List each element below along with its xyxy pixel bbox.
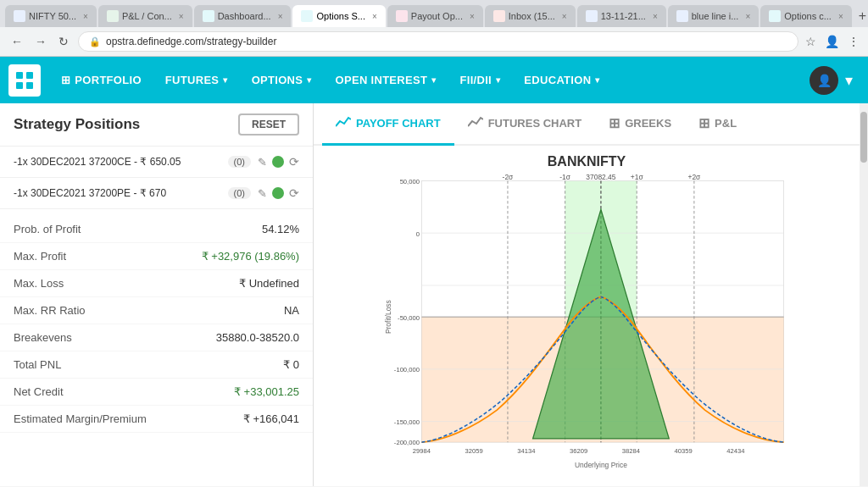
open-interest-chevron-icon: ▾ <box>431 75 436 85</box>
stat-total-pnl: Total PNL ₹ 0 <box>0 351 313 379</box>
svg-rect-1 <box>26 72 33 79</box>
stat-value-5: ₹ 0 <box>283 358 299 371</box>
app-body: Strategy Positions RESET -1x 30DEC2021 3… <box>0 103 868 486</box>
stat-value-2: ₹ Undefined <box>239 277 299 290</box>
stat-net-credit: Net Credit ₹ +33,001.25 <box>0 379 313 406</box>
sidebar: Strategy Positions RESET -1x 30DEC2021 3… <box>0 103 314 486</box>
tab-dashboard[interactable]: Dashboard... × <box>194 5 292 27</box>
stat-label-5: Total PNL <box>14 358 61 371</box>
scrollbar-thumb[interactable] <box>860 112 867 163</box>
grid-icon: ⊞ <box>61 74 70 86</box>
svg-rect-2 <box>16 82 23 89</box>
bookmark-star-icon[interactable]: ☆ <box>805 35 816 48</box>
tab-payoff-chart[interactable]: PAYOFF CHART <box>322 104 454 146</box>
fii-dii-chevron-icon: ▾ <box>496 75 500 85</box>
position-text-2: -1x 30DEC2021 37200PE - ₹ 670 <box>14 187 221 199</box>
tab-blue[interactable]: blue line i... × <box>668 5 760 27</box>
user-avatar[interactable]: 👤 <box>810 66 838 95</box>
tab-payout[interactable]: Payout Op... × <box>387 5 483 27</box>
svg-text:36209: 36209 <box>570 447 587 455</box>
svg-rect-0 <box>16 72 23 79</box>
active-dot-icon-2 <box>272 187 284 199</box>
svg-text:Underlying Price: Underlying Price <box>575 461 627 469</box>
nav-more-icon[interactable]: ▾ <box>838 71 860 90</box>
options-chevron-icon: ▾ <box>307 75 311 85</box>
stat-rr-ratio: Max. RR Ratio NA <box>0 297 313 324</box>
menu-icon[interactable]: ⋮ <box>848 35 860 48</box>
stat-value-4: 35880.0-38520.0 <box>216 331 299 344</box>
sidebar-header: Strategy Positions RESET <box>0 103 313 147</box>
position-item-2: -1x 30DEC2021 37200PE - ₹ 670 (0) ✎ ⟳ <box>0 178 313 209</box>
nav-portfolio[interactable]: ⊞ PORTFOLIO <box>49 57 153 103</box>
stat-prob-profit: Prob. of Profit 54.12% <box>0 216 313 243</box>
tab-pnl[interactable]: P&L / Con... × <box>98 5 192 27</box>
svg-text:40359: 40359 <box>675 447 693 455</box>
pnl-icon: ⊞ <box>698 115 709 131</box>
forward-button[interactable]: → <box>32 32 49 51</box>
svg-text:42434: 42434 <box>726 447 745 455</box>
nav-fii-dii[interactable]: FII/DII ▾ <box>448 57 513 103</box>
main-navigation: ⊞ PORTFOLIO FUTURES ▾ OPTIONS ▾ OPEN INT… <box>0 57 868 103</box>
stat-max-profit: Max. Profit ₹ +32,976 (19.86%) <box>0 243 313 270</box>
tab-inbox[interactable]: Inbox (15... × <box>485 5 576 27</box>
nav-options[interactable]: OPTIONS ▾ <box>240 57 324 103</box>
stat-label-4: Breakevens <box>14 331 72 344</box>
reset-button[interactable]: RESET <box>238 113 299 136</box>
tab-bar: NIFTY 50... × P&L / Con... × Dashboard..… <box>0 0 868 27</box>
futures-chevron-icon: ▾ <box>223 75 227 85</box>
position-text-1: -1x 30DEC2021 37200CE - ₹ 650.05 <box>14 156 221 168</box>
stat-value-3: NA <box>284 304 299 317</box>
refresh-icon-1[interactable]: ⟳ <box>289 155 299 169</box>
active-dot-icon-1 <box>272 156 284 168</box>
browser-chrome: NIFTY 50... × P&L / Con... × Dashboard..… <box>0 0 868 57</box>
back-button[interactable]: ← <box>8 32 25 51</box>
tab-pnl[interactable]: ⊞ P&L <box>685 103 750 146</box>
tab-greeks[interactable]: ⊞ GREEKS <box>595 103 685 146</box>
payoff-chart-svg: -2σ -1σ 37082.45 +1σ +2σ 50,000 0 -50,00… <box>322 174 851 474</box>
svg-text:+2σ: +2σ <box>687 174 701 181</box>
chart-area: BANKNIFTY <box>314 146 860 486</box>
svg-text:34134: 34134 <box>517 447 536 455</box>
stat-label-2: Max. Loss <box>14 277 64 290</box>
futures-chart-icon <box>468 116 483 131</box>
stat-label-0: Prob. of Profit <box>14 223 81 235</box>
address-bar: ← → ↻ 🔒 opstra.definedge.com/strategy-bu… <box>0 27 868 56</box>
lock-icon: 🔒 <box>89 36 101 47</box>
stat-label-3: Max. RR Ratio <box>14 304 86 317</box>
edit-icon-1[interactable]: ✎ <box>258 156 267 169</box>
refresh-icon-2[interactable]: ⟳ <box>289 186 299 200</box>
svg-text:-100,000: -100,000 <box>394 366 420 374</box>
nav-education[interactable]: EDUCATION ▾ <box>512 57 611 103</box>
profile-icon[interactable]: 👤 <box>825 35 839 48</box>
logo[interactable] <box>8 64 41 97</box>
sidebar-title: Strategy Positions <box>14 116 140 133</box>
stats-section: Prob. of Profit 54.12% Max. Profit ₹ +32… <box>0 209 313 440</box>
svg-text:50,000: 50,000 <box>400 178 420 185</box>
tab-options-c[interactable]: Options c... × <box>760 5 851 27</box>
tab-futures-chart[interactable]: FUTURES CHART <box>454 104 596 146</box>
svg-text:37082.45: 37082.45 <box>586 174 615 181</box>
edit-icon-2[interactable]: ✎ <box>258 187 267 200</box>
stat-label-6: Net Credit <box>14 385 64 398</box>
nav-futures[interactable]: FUTURES ▾ <box>153 57 240 103</box>
svg-text:32059: 32059 <box>465 447 483 455</box>
svg-text:+1σ: +1σ <box>631 174 644 181</box>
tab-options-s[interactable]: Options S... × <box>292 5 385 27</box>
tab-nifty[interactable]: NIFTY 50... × <box>5 5 97 27</box>
chart-tabs: PAYOFF CHART FUTURES CHART ⊞ GREEKS ⊞ P&… <box>314 103 860 146</box>
url-bar[interactable]: 🔒 opstra.definedge.com/strategy-builder <box>78 31 798 52</box>
stat-value-6: ₹ +33,001.25 <box>234 385 299 398</box>
reload-button[interactable]: ↻ <box>56 32 71 51</box>
scrollbar[interactable] <box>860 103 868 486</box>
svg-text:Profit/Loss: Profit/Loss <box>384 300 392 334</box>
stat-value-7: ₹ +166,041 <box>243 412 299 425</box>
svg-text:-150,000: -150,000 <box>394 418 420 426</box>
new-tab-button[interactable]: + <box>854 7 868 25</box>
svg-text:-2σ: -2σ <box>503 174 515 181</box>
nav-open-interest[interactable]: OPEN INTEREST ▾ <box>324 57 448 103</box>
tab-date[interactable]: 13-11-21... × <box>577 5 666 27</box>
stat-label-7: Estimated Margin/Premium <box>14 412 147 425</box>
position-badge-1: (0) <box>228 156 251 168</box>
svg-text:-50,000: -50,000 <box>398 314 420 322</box>
stat-max-loss: Max. Loss ₹ Undefined <box>0 270 313 297</box>
